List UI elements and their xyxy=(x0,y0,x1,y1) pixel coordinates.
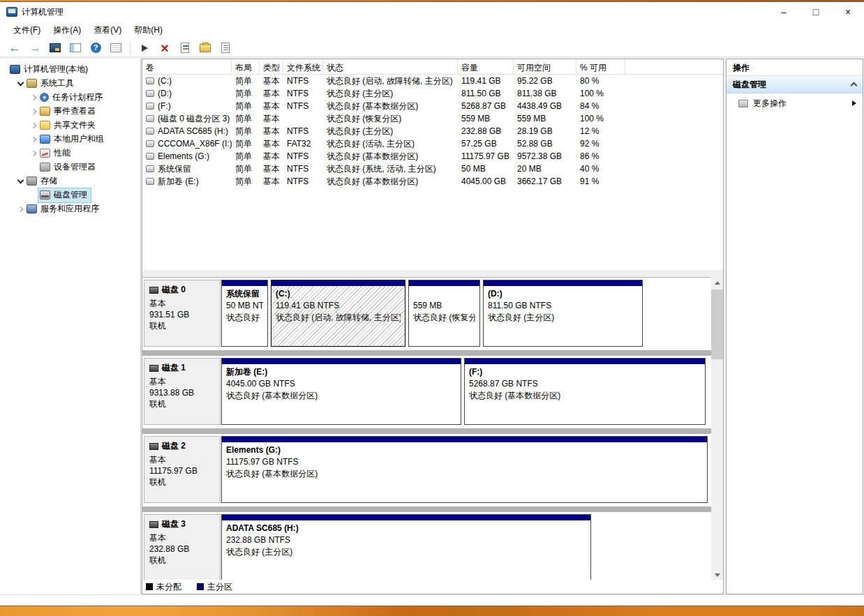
volume-row[interactable]: (F:)简单基本NTFS状态良好 (基本数据分区)5268.87 GB4438.… xyxy=(142,100,723,112)
partition-block[interactable]: (C:)119.41 GB NTFS状态良好 (启动, 故障转储, 主分区) xyxy=(271,280,405,347)
menu-item-0[interactable]: 文件(F) xyxy=(7,22,47,39)
volume-row[interactable]: (D:)简单基本NTFS状态良好 (主分区)811.50 GB811.38 GB… xyxy=(142,87,723,100)
volume-row[interactable]: (磁盘 0 磁盘分区 3)简单基本状态良好 (恢复分区)559 MB559 MB… xyxy=(142,112,723,125)
maximize-button[interactable]: □ xyxy=(800,2,832,22)
cell-fs: NTFS xyxy=(283,164,323,174)
toolbar-separator xyxy=(130,42,131,54)
tree-item-local-users[interactable]: 本地用户和组 xyxy=(0,133,140,147)
column-header-0[interactable]: 卷 xyxy=(142,59,232,75)
tree-item-shared-folders[interactable]: 共享文件夹 xyxy=(0,119,140,133)
partitions: 新加卷 (E:)4045.00 GB NTFS状态良好 (基本数据分区)(F:)… xyxy=(221,358,708,426)
help-icon[interactable] xyxy=(88,40,103,56)
expander-collapsed-icon[interactable] xyxy=(29,91,38,105)
tree-item-performance[interactable]: 性能 xyxy=(0,147,140,160)
expander-expanded-icon[interactable] xyxy=(16,174,25,188)
partition-block[interactable]: Elements (G:)11175.97 GB NTFS状态良好 (基本数据分… xyxy=(221,436,708,503)
tree-item-system-tools[interactable]: 系统工具 xyxy=(0,77,140,91)
column-header-3[interactable]: 文件系统 xyxy=(283,59,323,75)
partition-block[interactable]: 系统保留50 MB NTFS状态良好 xyxy=(221,280,268,347)
vertical-scrollbar[interactable] xyxy=(711,277,723,581)
scrollbar-thumb[interactable] xyxy=(711,290,723,359)
title-bar: 计算机管理 – □ × xyxy=(0,2,864,22)
expander-collapsed-icon[interactable] xyxy=(29,133,38,147)
open-folder-icon[interactable] xyxy=(198,40,213,56)
list-view-icon[interactable] xyxy=(108,40,124,56)
partition-block[interactable]: (F:)5268.87 GB NTFS状态良好 (基本数据分区) xyxy=(464,358,706,425)
expander-collapsed-icon[interactable] xyxy=(29,147,38,160)
tree-item-event-viewer[interactable]: 事件查看器 xyxy=(0,105,140,119)
disk-label[interactable]: 磁盘 0基本931.51 GB联机 xyxy=(144,280,221,347)
tree-item-body: 计算机管理(本地) xyxy=(8,63,91,77)
column-header-1[interactable]: 布局 xyxy=(232,59,260,75)
tree-item-computer[interactable]: 计算机管理(本地) xyxy=(0,63,140,77)
partition-block[interactable]: 新加卷 (E:)4045.00 GB NTFS状态良好 (基本数据分区) xyxy=(221,358,461,425)
cell-pct: 84 % xyxy=(576,101,625,111)
cell-capacity: 119.41 GB xyxy=(458,76,514,86)
column-header-7[interactable]: % 可用 xyxy=(576,59,625,75)
actions-section-disk-management[interactable]: 磁盘管理 xyxy=(727,76,863,93)
cell-capacity: 4045.00 GB xyxy=(458,176,514,186)
tree-item-services[interactable]: 服务和应用程序 xyxy=(0,202,140,216)
menu-item-1[interactable]: 操作(A) xyxy=(47,22,87,39)
system-tools-icon xyxy=(27,79,37,88)
tree-item-body: 任务计划程序 xyxy=(38,91,106,105)
more-actions-row[interactable]: 更多操作 xyxy=(727,93,863,113)
forward-arrow-icon[interactable] xyxy=(27,40,43,56)
partition-block[interactable]: 559 MB状态良好 (恢复分区) xyxy=(408,280,480,347)
expander-collapsed-icon[interactable] xyxy=(29,105,38,119)
triangle-down-icon xyxy=(715,573,720,577)
cell-volume: 系统保留 xyxy=(142,163,232,175)
disk-label[interactable]: 磁盘 1基本9313.88 GB联机 xyxy=(144,358,221,425)
column-header-5[interactable]: 容量 xyxy=(458,59,514,75)
cell-fs: NTFS xyxy=(283,89,323,98)
tree-item-body: 共享文件夹 xyxy=(38,119,99,133)
cell-free: 559 MB xyxy=(514,114,576,123)
volume-row[interactable]: 系统保留简单基本NTFS状态良好 (系统, 活动, 主分区)50 MB20 MB… xyxy=(142,163,723,175)
task-doc-icon[interactable] xyxy=(177,40,193,56)
volume-row[interactable]: (C:)简单基本NTFS状态良好 (启动, 故障转储, 主分区)119.41 G… xyxy=(142,75,723,87)
column-header-2[interactable]: 类型 xyxy=(260,59,283,75)
expander-collapsed-icon[interactable] xyxy=(16,202,25,216)
minimize-button[interactable]: – xyxy=(768,2,800,22)
tree-toggle-glyph xyxy=(70,43,81,52)
cell-fs: NTFS xyxy=(283,151,323,161)
disk-label[interactable]: 磁盘 3基本232.88 GB联机 xyxy=(144,514,221,581)
menu-item-3[interactable]: 帮助(H) xyxy=(128,22,169,39)
disk-size: 11175.97 GB xyxy=(149,465,215,476)
collapse-chevron-icon[interactable] xyxy=(851,82,858,89)
tree-toggle-icon[interactable] xyxy=(68,40,83,56)
partition-body: 系统保留50 MB NTFS状态良好 xyxy=(222,286,267,346)
volume-row[interactable]: ADATA SC685 (H:)简单基本NTFS状态良好 (主分区)232.88… xyxy=(142,125,723,137)
back-arrow-icon[interactable] xyxy=(7,40,22,56)
disk-label[interactable]: 磁盘 2基本11175.97 GB联机 xyxy=(144,436,221,503)
tree-item-device-manager[interactable]: 设备管理器 xyxy=(0,160,140,174)
expander-expanded-icon[interactable] xyxy=(16,77,25,91)
cell-layout: 简单 xyxy=(232,138,260,150)
delete-icon[interactable] xyxy=(157,40,172,56)
menu-item-2[interactable]: 查看(V) xyxy=(87,22,128,39)
triangle-up-icon xyxy=(715,281,720,285)
close-button[interactable]: × xyxy=(832,2,864,22)
console-window-icon[interactable] xyxy=(47,40,63,56)
volume-row[interactable]: 新加卷 (E:)简单基本NTFS状态良好 (基本数据分区)4045.00 GB3… xyxy=(142,175,723,188)
tree-item-task-scheduler[interactable]: 任务计划程序 xyxy=(0,91,140,105)
tree-item-storage[interactable]: 存储 xyxy=(0,174,140,188)
column-header-6[interactable]: 可用空间 xyxy=(514,59,576,75)
scope-arrow-icon[interactable] xyxy=(137,40,152,56)
volume-row[interactable]: Elements (G:)简单基本NTFS状态良好 (基本数据分区)11175.… xyxy=(142,150,723,163)
scroll-up-icon[interactable] xyxy=(711,277,723,289)
properties-doc-icon[interactable] xyxy=(218,40,233,56)
volume-row[interactable]: CCCOMA_X86F (I:)简单基本FAT32状态良好 (活动, 主分区)5… xyxy=(142,137,723,150)
expander-collapsed-icon[interactable] xyxy=(29,119,38,133)
column-header-4[interactable]: 状态 xyxy=(323,59,458,75)
partition-block[interactable]: ADATA SC685 (H:)232.88 GB NTFS状态良好 (主分区) xyxy=(221,514,591,581)
volume-icon xyxy=(146,115,154,122)
local-users-icon xyxy=(40,135,50,144)
partition-block[interactable]: (D:)811.50 GB NTFS状态良好 (主分区) xyxy=(483,280,643,347)
cell-status: 状态良好 (基本数据分区) xyxy=(323,100,458,112)
volume-rows: (C:)简单基本NTFS状态良好 (启动, 故障转储, 主分区)119.41 G… xyxy=(142,75,723,188)
tree-item-label: 系统工具 xyxy=(40,77,74,89)
cell-layout: 简单 xyxy=(232,113,260,125)
tree-item-disk-management[interactable]: 磁盘管理 xyxy=(0,188,140,202)
cell-pct: 91 % xyxy=(576,176,625,186)
